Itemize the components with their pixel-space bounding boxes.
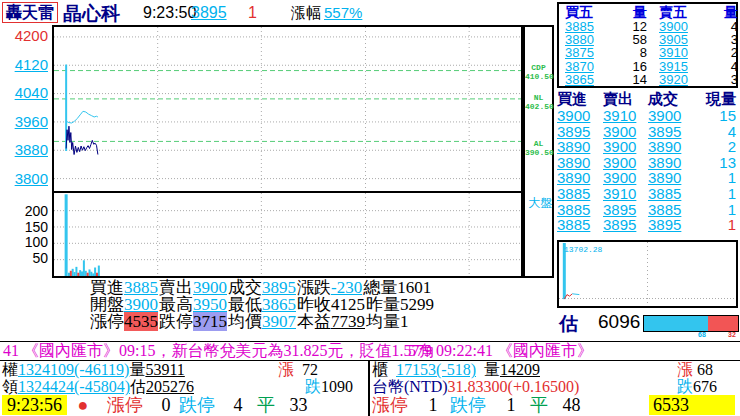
label-limit-up: 漲停 — [90, 312, 124, 331]
limit-down-label: 跌停 — [450, 395, 486, 415]
cdp-value: 390.50 — [525, 148, 552, 157]
intraday-price-chart — [54, 27, 521, 191]
change-pct-value[interactable]: 557% — [324, 4, 362, 21]
tick-sell[interactable]: 3910 — [603, 186, 648, 202]
cdp-label: AL 390.50 — [525, 139, 552, 157]
bid-price[interactable]: 3870 — [565, 60, 611, 73]
tse-vol-label: 量 — [129, 361, 145, 378]
trade-tick-row: 3885 3910 3885 1 — [557, 186, 738, 202]
otc-down-count: 676 — [693, 378, 717, 395]
gauge-down-label: 32 — [728, 331, 736, 338]
limit-up-count: 0 — [161, 395, 170, 415]
tse-up-label: 漲 — [278, 361, 294, 378]
ntd-stats-row: 台幣(NTD)31.83300(+0.16500) 跌676 — [372, 378, 738, 395]
quote-stats-row-2: 開盤3900最高3950最低3865昨收4125昨量5299 — [90, 296, 435, 313]
lead-stats-row: 領1324424(-45804)估205276 跌1090 — [2, 378, 366, 395]
label-limit-down: 跌停 — [159, 312, 193, 331]
tick-sell[interactable]: 3900 — [603, 139, 648, 155]
value-pe: 7739 — [331, 312, 365, 331]
index-value-label: 13702.28 — [564, 245, 602, 254]
price-axis-tick: 3800 — [0, 170, 48, 187]
flat-label: 平 — [257, 395, 275, 415]
last-price[interactable]: 3895 — [191, 4, 227, 22]
quote-stats-row-1: 買進3885賣出3900成交3895漲跌-230總量1601 — [90, 279, 432, 296]
flat-count: 33 — [289, 395, 307, 415]
tick-deal[interactable]: 3895 — [648, 124, 694, 140]
otc-up-label: 漲 — [677, 361, 693, 378]
tick-deal[interactable]: 3885 — [648, 186, 694, 202]
tick-vol: 2 — [694, 139, 738, 155]
ntd-rate-value[interactable]: 31.83300(+0.16500) — [448, 378, 580, 395]
value-limit-up: 4535 — [124, 312, 158, 331]
tse-vol-value: 53911 — [145, 361, 184, 378]
tick-deal[interactable]: 3890 — [648, 155, 694, 171]
bid-price[interactable]: 3865 — [565, 73, 611, 86]
tick-vol: 1 — [694, 202, 738, 218]
tick-buy[interactable]: 3890 — [557, 170, 603, 186]
otc-index-value[interactable]: 17153(-518) — [396, 361, 476, 378]
status-dot-icon: ● — [78, 395, 89, 415]
col-sell: 賣出 — [603, 89, 648, 108]
ask-qty: 2 — [701, 46, 740, 59]
tick-deal[interactable]: 3885 — [648, 202, 694, 218]
tse-up-count: 72 — [302, 361, 318, 378]
news-ticker: 41 《國內匯市》09:15，新台幣兌美元為31.825元，貶值1.57角 57… — [0, 342, 740, 360]
volume-axis-tick: 150 — [8, 219, 48, 235]
tick-vol: 1 — [694, 170, 738, 186]
ask-qty: 4 — [701, 60, 740, 73]
quote-stats-row-3: 漲停4535跌停3715均價3907本益7739均量1 — [90, 313, 410, 330]
order-book-header: 買五 量 賣五 量 — [559, 4, 736, 20]
tick-deal[interactable]: 3900 — [648, 108, 694, 124]
limit-down-count: 1 — [507, 395, 516, 415]
lead-index-value[interactable]: 1324424(-45804) — [18, 378, 130, 395]
tick-deal[interactable]: 3890 — [648, 139, 694, 155]
intraday-chart-box — [52, 25, 523, 278]
ticker-message-right[interactable]: 579 09:22:41 《國內匯市》 — [408, 342, 593, 360]
tick-buy[interactable]: 3885 — [557, 186, 603, 202]
stock-name[interactable]: 晶心科 — [63, 1, 120, 27]
intraday-volume-chart — [54, 193, 521, 276]
otc-vol-value: 14209 — [500, 361, 540, 378]
tick-buy[interactable]: 3890 — [557, 155, 603, 171]
ticker-message-left[interactable]: 41 《國內匯市》09:15，新台幣兌美元為31.825元，貶值1.57角 — [3, 342, 435, 360]
volume-axis-tick: 200 — [8, 203, 48, 219]
market-index-mini-chart[interactable]: 13702.28 — [557, 240, 738, 308]
trade-tick-row: 3890 3900 3890 1 — [557, 170, 738, 186]
tick-deal[interactable]: 3895 — [648, 217, 694, 233]
tick-sell[interactable]: 3900 — [603, 170, 648, 186]
ask-price[interactable]: 3910 — [651, 46, 701, 59]
otc-stats-row: 櫃 17153(-518) 量14209 漲 68 — [372, 361, 738, 378]
price-axis-tick: 4040 — [0, 84, 48, 101]
ask-price[interactable]: 3920 — [651, 73, 701, 86]
bid-price[interactable]: 3875 — [565, 46, 611, 59]
cdp-label: NL 402.50 — [525, 93, 552, 111]
tick-deal[interactable]: 3890 — [648, 170, 694, 186]
cdp-name: AL — [525, 139, 552, 148]
ask-price[interactable]: 3915 — [651, 60, 701, 73]
lead-label: 領 — [2, 378, 18, 395]
tick-sell[interactable]: 3895 — [603, 217, 648, 233]
tick-buy[interactable]: 3885 — [557, 217, 603, 233]
tick-sell[interactable]: 3900 — [603, 155, 648, 171]
tick-buy[interactable]: 3890 — [557, 139, 603, 155]
value-avg-vol: 1 — [400, 312, 409, 331]
tick-buy[interactable]: 3895 — [557, 124, 603, 140]
gauge-up-label: 68 — [698, 331, 706, 338]
breadth-gauge — [643, 315, 739, 332]
trade-ticks-table: 買進 賣出 成交 現量 3900 3910 3900 15 3895 3900 … — [557, 89, 738, 235]
tse-index-value[interactable]: 1324109(-46119) — [18, 361, 129, 378]
app-logo[interactable]: 轟天雷 — [2, 2, 58, 23]
bid-qty: 16 — [611, 60, 651, 73]
tick-buy[interactable]: 3900 — [557, 108, 603, 124]
tick-sell[interactable]: 3895 — [603, 202, 648, 218]
price-axis-tick: 3880 — [0, 141, 48, 158]
limit-down-label: 跌停 — [179, 395, 215, 415]
flat-count: 48 — [563, 395, 581, 415]
tick-buy[interactable]: 3885 — [557, 202, 603, 218]
tick-sell[interactable]: 3900 — [603, 124, 648, 140]
tick-sell[interactable]: 3910 — [603, 108, 648, 124]
tab-market-index[interactable]: 大盤 — [527, 195, 554, 212]
otc-label: 櫃 — [372, 361, 388, 378]
value-avg-price[interactable]: 3907 — [262, 312, 296, 331]
bid-qty: 8 — [611, 46, 651, 59]
